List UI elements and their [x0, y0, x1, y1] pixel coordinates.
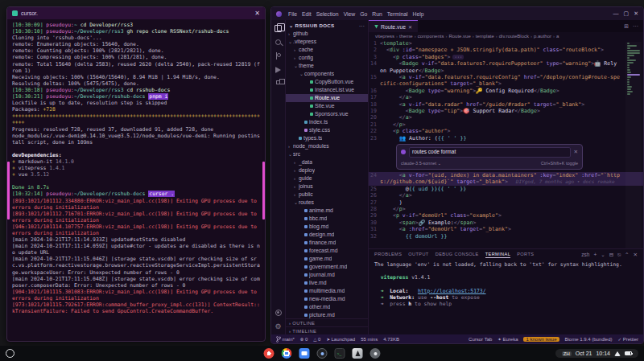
- panel-tab-terminal[interactable]: TERMINAL: [485, 252, 510, 258]
- status-prettier[interactable]: ✓Prettier: [618, 337, 638, 342]
- status-cursor-tab[interactable]: Cursor Tab: [469, 337, 492, 342]
- menu-selection[interactable]: Selection: [314, 11, 341, 17]
- tree-item-forecast-md[interactable]: forecast.md: [286, 247, 368, 255]
- tree-item-src[interactable]: ⌄src: [286, 150, 368, 158]
- close-icon[interactable]: ✕: [634, 10, 638, 17]
- tree-item-live-md[interactable]: live.md: [286, 279, 368, 287]
- close-panel-icon[interactable]: ✕: [634, 252, 638, 258]
- status-55-mins[interactable]: 55 mins: [361, 337, 378, 342]
- breadcrumb-item[interactable]: Route.vue: [448, 34, 470, 39]
- shell-label[interactable]: zsh: [581, 252, 589, 257]
- menu-file[interactable]: File: [286, 11, 299, 17]
- tree-item-types-ts[interactable]: types.ts: [286, 134, 368, 142]
- tree-item-joinus[interactable]: ›joinus: [286, 183, 368, 191]
- panel-tab-debug-console[interactable]: DEBUG CONSOLE: [436, 252, 479, 258]
- tree-item-instancelist-vue[interactable]: InstanceList.vue: [286, 86, 368, 94]
- files-app-icon[interactable]: [299, 348, 310, 359]
- fold-badge[interactable]: ···: [452, 55, 464, 59]
- tree-item-bbc-md[interactable]: bbc.md: [286, 215, 368, 223]
- panel-tab-problems[interactable]: PROBLEMS: [374, 252, 402, 258]
- status-eureka[interactable]: ✦Eureka: [497, 337, 518, 342]
- tree-item-sponsors-vue[interactable]: Sponsors.vue: [286, 110, 368, 118]
- timeline-section[interactable]: › TIMELINE: [286, 326, 368, 334]
- tree-item-theme[interactable]: ⌄theme: [286, 62, 368, 70]
- system-tray[interactable]: ZH Oct 21 10:14: [555, 349, 638, 358]
- panel-tab-ports[interactable]: PORTS: [517, 252, 534, 258]
- tab-route-vue[interactable]: Route.vue ✕: [369, 20, 418, 32]
- terminal-scrollbar-thumb[interactable]: [262, 162, 265, 219]
- tree-item-picture-md[interactable]: picture.md: [286, 311, 368, 318]
- terminal-output[interactable]: [10:30:09] pseudoyu:~ cd Developer/rss3[…: [7, 19, 265, 317]
- tree-item-multimedia-md[interactable]: multimedia.md: [286, 287, 368, 295]
- tree-item-routes[interactable]: ⌄routes: [286, 199, 368, 207]
- tree-item-design-md[interactable]: design.md: [286, 231, 368, 239]
- settings-gear-icon[interactable]: ⚙: [275, 323, 281, 330]
- source-control-icon[interactable]: [276, 52, 281, 59]
- launcher-icon[interactable]: [6, 349, 14, 358]
- tree-item-route-vue[interactable]: Route.vue: [286, 94, 368, 102]
- tree-item-cache[interactable]: ›cache: [286, 46, 368, 54]
- split-terminal-icon[interactable]: ⊟: [609, 252, 613, 258]
- ai-prompt-input[interactable]: routes code format: [409, 147, 571, 157]
- breadcrumb-item[interactable]: div.routeBlock: [499, 34, 529, 39]
- inline-ai-edit-widget[interactable]: routes code format✕claude-3.5-sonnet ⌄Ct…: [396, 144, 583, 170]
- status-0[interactable]: △0: [313, 337, 320, 342]
- account-icon[interactable]: [275, 310, 282, 316]
- status-biome-1-9-4-bundled-[interactable]: Biome 1.9.4 (bundled): [565, 337, 613, 342]
- tree-item--vitepress[interactable]: ⌄.vitepress: [286, 38, 368, 46]
- breadcrumb-item[interactable]: components: [418, 34, 444, 39]
- editor-titlebar[interactable]: FileEditSelectionViewGoRunTerminalHelp —…: [271, 7, 643, 20]
- menu-edit[interactable]: Edit: [299, 11, 314, 17]
- menu-run[interactable]: Run: [369, 11, 384, 17]
- menu-go[interactable]: Go: [357, 11, 369, 17]
- menu-terminal[interactable]: Terminal: [385, 11, 411, 17]
- status-main-[interactable]: main*: [276, 336, 295, 343]
- integrated-terminal[interactable]: The language 'env' is not loaded, fallin…: [369, 260, 643, 334]
- tree-item-site-vue[interactable]: Site.vue: [286, 102, 368, 110]
- breadcrumb-item[interactable]: a: [556, 34, 559, 39]
- tree-item--data[interactable]: ›_data: [286, 158, 368, 166]
- explorer-section-header[interactable]: ⌄ RSSHUB DOCS ···: [286, 20, 368, 30]
- maximize-icon[interactable]: ▢: [624, 10, 630, 17]
- tree-item-components[interactable]: ⌄components: [286, 70, 368, 78]
- tree-item-finance-md[interactable]: finance.md: [286, 239, 368, 247]
- minimap[interactable]: [625, 42, 642, 248]
- extensions-icon[interactable]: [276, 80, 280, 84]
- minimize-icon[interactable]: —: [613, 10, 619, 17]
- breadcrumb-item[interactable]: p.author: [534, 34, 551, 39]
- new-terminal-icon[interactable]: +: [593, 252, 597, 257]
- tree-item-government-md[interactable]: government.md: [286, 263, 368, 271]
- tree-item-deploy[interactable]: ›deploy: [286, 166, 368, 174]
- search-icon[interactable]: [275, 39, 281, 45]
- status-1-known-issue[interactable]: 1 known issue: [523, 337, 559, 342]
- terminal-titlebar[interactable]: cursor. ✕: [7, 7, 265, 19]
- menu-help[interactable]: Help: [410, 11, 426, 17]
- maximize-panel-icon[interactable]: ⌃: [625, 252, 629, 258]
- tree-item-journal-md[interactable]: journal.md: [286, 271, 368, 279]
- tree-item-index-ts[interactable]: index.ts: [286, 118, 368, 126]
- code-editor[interactable]: 1<template>2 <div :id="namespace + JSON.…: [369, 40, 643, 248]
- split-editor-icon[interactable]: ⊞: [624, 23, 629, 30]
- tree-item-style-css[interactable]: style.css: [286, 126, 368, 134]
- panel-tab-output[interactable]: OUTPUT: [408, 252, 428, 258]
- close-icon[interactable]: ✕: [574, 149, 578, 155]
- cursor-app-icon[interactable]: [353, 348, 363, 359]
- close-icon[interactable]: ✕: [408, 24, 412, 30]
- terminal-app-icon[interactable]: [335, 348, 345, 359]
- chrome-app-icon[interactable]: [282, 348, 292, 359]
- more-actions-icon[interactable]: ···: [633, 23, 638, 29]
- tree-item-github[interactable]: ›github: [286, 30, 368, 38]
- tree-item-copybutton-vue[interactable]: CopyButton.vue: [286, 78, 368, 86]
- tree-item-guide[interactable]: ›guide: [286, 174, 368, 183]
- model-selector[interactable]: claude-3.5-sonnet ⌄: [401, 160, 441, 166]
- close-icon[interactable]: ✕: [254, 10, 260, 17]
- tree-item-other-md[interactable]: other.md: [286, 303, 368, 311]
- status-4-73kb[interactable]: 4.73KB: [383, 337, 399, 342]
- kill-terminal-icon[interactable]: ⍉: [617, 252, 621, 258]
- tree-item-blog-md[interactable]: blog.md: [286, 223, 368, 231]
- tree-item-game-md[interactable]: game.md: [286, 255, 368, 263]
- chevron-down-icon[interactable]: ⌄: [601, 252, 605, 258]
- settings-app-icon[interactable]: [370, 348, 381, 359]
- tree-item-anime-md[interactable]: anime.md: [286, 207, 368, 215]
- ime-badge[interactable]: ZH: [562, 351, 572, 356]
